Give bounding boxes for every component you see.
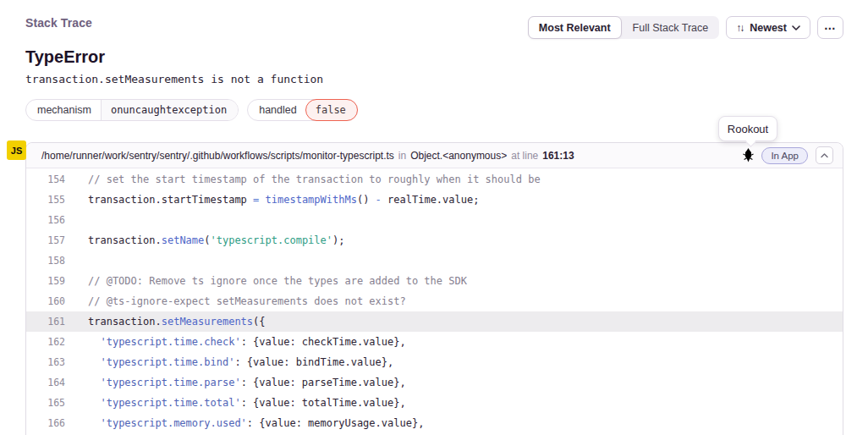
frame-function: Object.<anonymous> [410, 150, 507, 162]
code-line: 162 'typescript.time.check': {value: che… [26, 332, 843, 352]
tag-value: onuncaughtexception [102, 100, 238, 120]
code-line: 155transaction.startTimestamp = timestam… [26, 190, 843, 210]
line-number: 154 [26, 169, 65, 190]
code-text: 'typescript.time.parse': {value: parseTi… [65, 372, 406, 393]
frame-header-right: In App [743, 146, 833, 164]
code-line: 164 'typescript.time.parse': {value: par… [26, 372, 843, 393]
code-line: 163 'typescript.time.bind': {value: bind… [26, 352, 843, 372]
rookout-tooltip: Rookout [718, 116, 777, 141]
code-line: 154// set the start timestamp of the tra… [26, 169, 843, 190]
ellipsis-icon: ⋯ [824, 21, 837, 35]
sort-arrows-icon: ↑↓ [736, 22, 743, 34]
in-app-badge: In App [761, 147, 808, 164]
code-text: 'typescript.time.bind': {value: bindTime… [65, 352, 393, 372]
line-number: 162 [26, 332, 65, 352]
error-type-title: TypeError [25, 47, 105, 67]
code-line: 166 'typescript.memory.used': {value: me… [26, 413, 843, 433]
tag-pill[interactable]: handledfalse [247, 99, 358, 121]
code-line: 160// @ts-ignore-expect setMeasurements … [26, 291, 843, 311]
rookout-tooltip-label: Rookout [728, 123, 768, 135]
code-line: 161transaction.setMeasurements({ [26, 311, 843, 332]
line-number: 163 [26, 352, 65, 372]
line-number: 159 [26, 271, 65, 291]
error-message: transaction.setMeasurements is not a fun… [25, 73, 323, 85]
line-number: 161 [26, 311, 65, 332]
code-text: transaction.setMeasurements({ [65, 311, 266, 332]
line-number: 155 [26, 190, 65, 210]
code-line: 159// @TODO: Remove ts ignore once the t… [26, 271, 843, 291]
code-line: 158 [26, 251, 843, 271]
tab-most-relevant[interactable]: Most Relevant [528, 16, 622, 39]
code-block: 154// set the start timestamp of the tra… [26, 168, 843, 433]
code-text: 'typescript.memory.used': {value: memory… [65, 413, 424, 433]
tag-key: handled [248, 100, 306, 120]
frame-location: /home/runner/work/sentry/sentry/.github/… [41, 150, 574, 162]
line-number: 158 [26, 251, 65, 271]
tags-row: mechanismonuncaughtexceptionhandledfalse [25, 99, 358, 121]
line-number: 164 [26, 372, 65, 393]
sort-button[interactable]: ↑↓ Newest [726, 16, 810, 39]
platform-js-badge: JS [7, 140, 26, 160]
line-number: 165 [26, 393, 65, 413]
line-number: 156 [26, 210, 65, 230]
sort-button-label: Newest [750, 22, 787, 34]
code-text: 'typescript.time.check': {value: checkTi… [65, 332, 406, 352]
header-controls: Most Relevant Full Stack Trace ↑↓ Newest… [528, 16, 843, 39]
chevron-down-icon [792, 25, 800, 30]
section-title: Stack Trace [25, 16, 92, 30]
frame-header[interactable]: /home/runner/work/sentry/sentry/.github/… [26, 143, 843, 168]
frame-in-word: in [398, 150, 406, 162]
code-text: transaction.setName('typescript.compile'… [65, 230, 344, 251]
rookout-icon[interactable] [743, 148, 754, 162]
code-text: // @TODO: Remove ts ignore once the type… [65, 271, 467, 291]
tag-value: false [305, 99, 358, 121]
code-text: transaction.startTimestamp = timestampWi… [65, 190, 479, 210]
frame-at-word: at line [511, 150, 538, 162]
tag-pill[interactable]: mechanismonuncaughtexception [25, 99, 239, 121]
collapse-frame-button[interactable] [816, 146, 833, 164]
code-line: 156 [26, 210, 843, 230]
stack-trace-page: Stack Trace Most Relevant Full Stack Tra… [0, 0, 868, 435]
code-text: // @ts-ignore-expect setMeasurements doe… [65, 291, 406, 311]
code-text [65, 251, 88, 271]
stack-frame: /home/runner/work/sentry/sentry/.github/… [25, 142, 843, 435]
code-line: 157transaction.setName('typescript.compi… [26, 230, 843, 251]
more-options-button[interactable]: ⋯ [817, 16, 843, 39]
tab-full-stack-trace[interactable]: Full Stack Trace [622, 16, 720, 39]
frame-file-path: /home/runner/work/sentry/sentry/.github/… [41, 150, 394, 162]
code-text: 'typescript.time.total': {value: totalTi… [65, 393, 406, 413]
line-number: 157 [26, 230, 65, 251]
code-line: 165 'typescript.time.total': {value: tot… [26, 393, 843, 413]
line-number: 166 [26, 413, 65, 433]
tag-key: mechanism [26, 100, 102, 120]
view-segmented-control: Most Relevant Full Stack Trace [528, 16, 719, 39]
frame-line-col: 161:13 [542, 150, 574, 162]
code-text: // set the start timestamp of the transa… [65, 169, 541, 190]
code-text [65, 210, 88, 230]
line-number: 160 [26, 291, 65, 311]
